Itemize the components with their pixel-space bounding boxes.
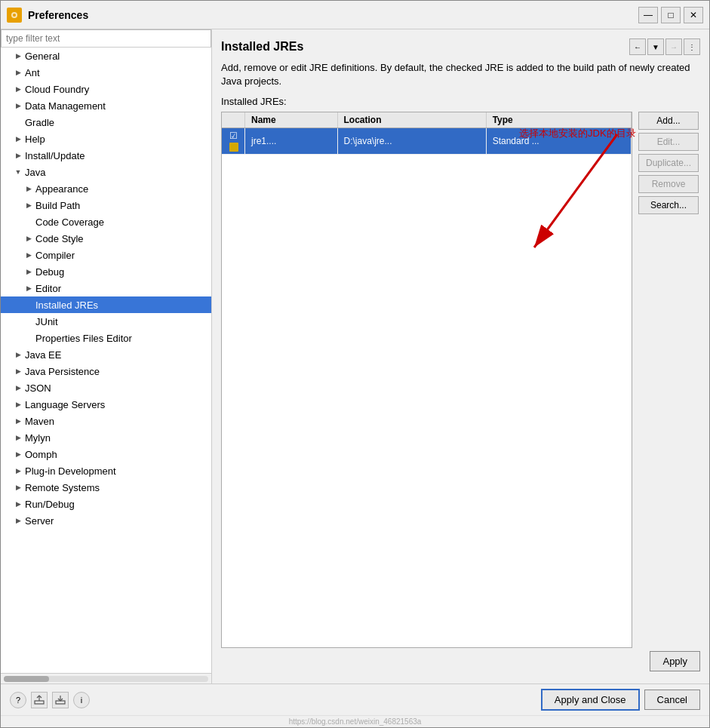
tree-arrow-compiler xyxy=(23,250,34,260)
installed-jres-label: Installed JREs: xyxy=(221,96,700,107)
bottom-bar: ? i Apply and Close Cancel xyxy=(1,683,709,715)
apply-area: Apply xyxy=(221,648,700,674)
sidebar-item-language-servers[interactable]: Language Servers xyxy=(1,396,211,413)
sidebar-label-oomph: Oomph xyxy=(25,449,57,460)
filter-input[interactable] xyxy=(1,29,211,48)
sidebar-item-json[interactable]: JSON xyxy=(1,379,211,396)
app-icon xyxy=(7,8,22,23)
sidebar-item-installed-jres[interactable]: Installed JREs xyxy=(1,296,211,313)
sidebar-label-maven: Maven xyxy=(25,416,54,427)
help-icon-button[interactable]: ? xyxy=(10,692,26,708)
tree-arrow-language-servers xyxy=(13,399,23,410)
preferences-dialog: Preferences — □ ✕ General Ant xyxy=(0,0,710,728)
apply-button[interactable]: Apply xyxy=(650,651,700,671)
sidebar-item-java[interactable]: Java xyxy=(1,164,211,180)
svg-point-2 xyxy=(13,14,16,17)
sidebar-item-code-coverage[interactable]: Code Coverage xyxy=(1,213,211,230)
jre-location: D:\java\jre... xyxy=(337,128,486,155)
sidebar-item-junit[interactable]: JUnit xyxy=(1,313,211,330)
sidebar-label-debug: Debug xyxy=(35,266,64,278)
panel-title: Installed JREs xyxy=(221,40,303,54)
sidebar-item-mylyn[interactable]: Mylyn xyxy=(1,429,211,446)
tree-container[interactable]: General Ant Cloud Foundry Data Managemen… xyxy=(1,48,211,673)
search-button[interactable]: Search... xyxy=(638,196,699,214)
sidebar-label-gradle: Gradle xyxy=(25,117,54,128)
sidebar-item-debug[interactable]: Debug xyxy=(1,263,211,280)
panel-toolbar: ← ▼ → ⋮ xyxy=(629,38,700,55)
tree-arrow-plug-in-development xyxy=(13,465,23,476)
jre-table-area: Name Location Type ☑ xyxy=(221,112,632,648)
sidebar-item-plug-in-development[interactable]: Plug-in Development xyxy=(1,462,211,479)
sidebar-label-cloud-foundry: Cloud Foundry xyxy=(25,84,89,95)
sidebar-item-appearance[interactable]: Appearance xyxy=(1,180,211,197)
table-and-buttons: Name Location Type ☑ xyxy=(221,112,700,648)
horizontal-scrollbar[interactable] xyxy=(1,673,211,683)
sidebar-item-run-debug[interactable]: Run/Debug xyxy=(1,496,211,512)
sidebar-label-json: JSON xyxy=(25,382,51,394)
sidebar-item-oomph[interactable]: Oomph xyxy=(1,446,211,462)
toolbar-menu-button[interactable]: ⋮ xyxy=(684,38,700,55)
tree-arrow-appearance xyxy=(23,183,34,194)
watermark-text: https://blog.csdn.net/weixin_46821563a xyxy=(289,717,422,726)
add-button[interactable]: Add... xyxy=(638,112,699,130)
jre-checkbox[interactable]: ☑ xyxy=(229,131,238,141)
tree-arrow-editor xyxy=(23,283,34,293)
edit-button[interactable]: Edit... xyxy=(638,133,699,151)
jre-type: Standard ... xyxy=(486,128,631,155)
sidebar-label-install-update: Install/Update xyxy=(25,150,85,161)
sidebar-item-install-update[interactable]: Install/Update xyxy=(1,147,211,164)
sidebar-item-java-persistence[interactable]: Java Persistence xyxy=(1,363,211,379)
sidebar-item-help[interactable]: Help xyxy=(1,131,211,147)
toolbar-dropdown-button[interactable]: ▼ xyxy=(647,38,664,55)
main-content: General Ant Cloud Foundry Data Managemen… xyxy=(1,29,709,683)
sidebar-item-general[interactable]: General xyxy=(1,48,211,64)
sidebar-item-maven[interactable]: Maven xyxy=(1,413,211,429)
sidebar-label-compiler: Compiler xyxy=(35,250,75,261)
info-icon-button[interactable]: i xyxy=(73,692,90,708)
import-icon xyxy=(55,695,66,705)
sidebar-item-remote-systems[interactable]: Remote Systems xyxy=(1,479,211,496)
tree-arrow-remote-systems xyxy=(13,482,23,493)
table-header-type: Type xyxy=(486,112,631,128)
table-header-checkbox xyxy=(222,112,245,128)
sidebar-item-editor[interactable]: Editor xyxy=(1,280,211,296)
sidebar-item-build-path[interactable]: Build Path xyxy=(1,197,211,213)
sidebar-label-help: Help xyxy=(25,134,45,145)
sidebar-item-code-style[interactable]: Code Style xyxy=(1,230,211,247)
panel-content: Add, remove or edit JRE definitions. By … xyxy=(221,61,700,674)
sidebar-item-gradle[interactable]: Gradle xyxy=(1,114,211,131)
description-text: Add, remove or edit JRE definitions. By … xyxy=(221,61,700,88)
scrollbar-thumb[interactable] xyxy=(4,676,49,682)
cancel-button[interactable]: Cancel xyxy=(644,690,700,710)
apply-close-button[interactable]: Apply and Close xyxy=(541,689,640,711)
window-title: Preferences xyxy=(28,9,638,21)
sidebar-item-compiler[interactable]: Compiler xyxy=(1,247,211,263)
sidebar-item-properties-files-editor[interactable]: Properties Files Editor xyxy=(1,330,211,346)
forward-button[interactable]: → xyxy=(665,38,682,55)
sidebar-item-java-ee[interactable]: Java EE xyxy=(1,346,211,363)
bottom-right-buttons: Apply and Close Cancel xyxy=(541,689,700,711)
table-row[interactable]: ☑ jre1.... D:\java\jre... Standard ... xyxy=(222,128,632,155)
tree-arrow-ant xyxy=(13,67,23,78)
maximize-button[interactable]: □ xyxy=(661,7,681,23)
export-icon xyxy=(34,695,45,705)
remove-button[interactable]: Remove xyxy=(638,175,699,193)
sidebar-item-data-management[interactable]: Data Management xyxy=(1,97,211,114)
tree-arrow-java xyxy=(13,167,23,177)
sidebar-label-mylyn: Mylyn xyxy=(25,432,51,444)
sidebar-label-properties-files-editor: Properties Files Editor xyxy=(35,333,132,344)
close-button[interactable]: ✕ xyxy=(684,7,703,23)
sidebar-label-build-path: Build Path xyxy=(35,200,80,211)
sidebar-label-plug-in-development: Plug-in Development xyxy=(25,465,116,477)
import-icon-button[interactable] xyxy=(52,692,69,708)
sidebar-item-ant[interactable]: Ant xyxy=(1,64,211,81)
minimize-button[interactable]: — xyxy=(638,7,658,23)
sidebar-item-cloud-foundry[interactable]: Cloud Foundry xyxy=(1,81,211,97)
back-button[interactable]: ← xyxy=(629,38,646,55)
table-header-location: Location xyxy=(337,112,486,128)
sidebar-label-java-persistence: Java Persistence xyxy=(25,366,100,377)
duplicate-button[interactable]: Duplicate... xyxy=(638,154,699,172)
sidebar-item-server[interactable]: Server xyxy=(1,512,211,529)
jre-checkbox-cell[interactable]: ☑ xyxy=(222,128,245,155)
export-icon-button[interactable] xyxy=(31,692,48,708)
